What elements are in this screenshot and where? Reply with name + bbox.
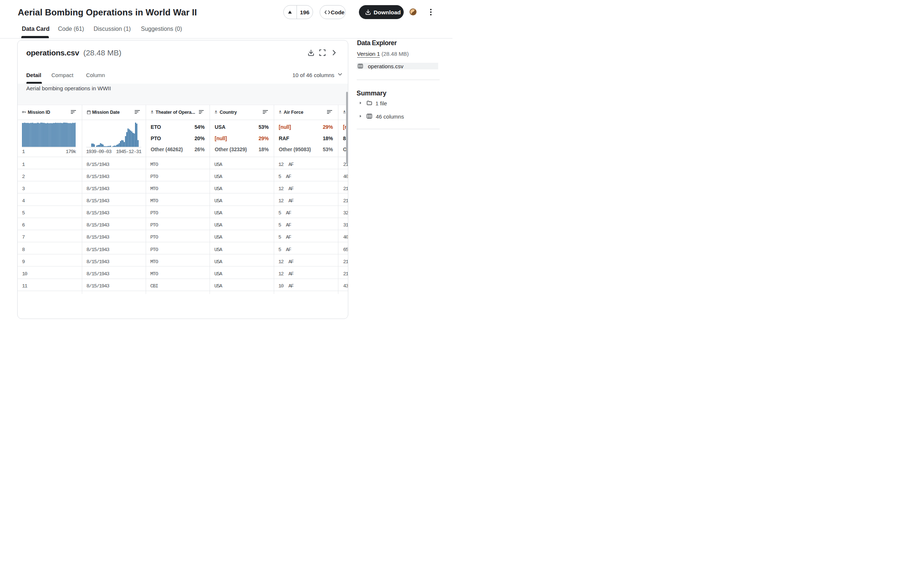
svg-text:A: A <box>215 110 217 113</box>
svg-text:A: A <box>279 110 281 113</box>
svg-text:A: A <box>151 110 153 113</box>
svg-text:A: A <box>343 110 345 113</box>
